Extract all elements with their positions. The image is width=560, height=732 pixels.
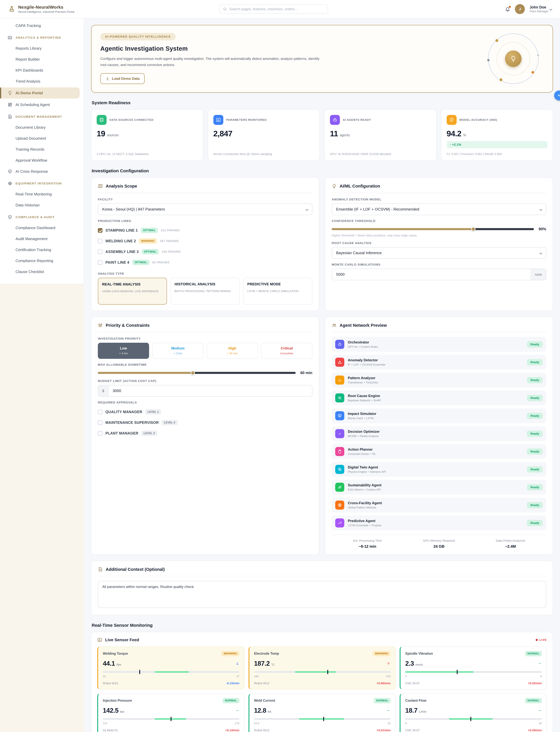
- user-info[interactable]: John Doe Plant Manager: [530, 5, 552, 13]
- leaf-icon: [335, 483, 344, 492]
- line-checkbox[interactable]: [98, 239, 103, 244]
- sidebar-item-report-builder[interactable]: Report Builder: [0, 54, 84, 65]
- sensor-status-badge: NORMAL: [374, 698, 391, 703]
- sensor-rate: +0.05/min: [528, 728, 542, 732]
- confidence-threshold-slider[interactable]: [332, 228, 534, 230]
- map-icon: [98, 184, 103, 189]
- approval-checkbox[interactable]: [98, 431, 103, 436]
- ready-badge: Ready: [527, 359, 543, 366]
- sidebar-item-clause-checklist[interactable]: Clause Checklist: [0, 266, 84, 277]
- sidebar-item-audit-management[interactable]: Audit Management: [0, 233, 84, 244]
- status-badge: WARNING: [139, 238, 157, 244]
- user-role: Plant Manager: [530, 10, 549, 13]
- sidebar-item-compliance-reporting[interactable]: Compliance Reporting: [0, 255, 84, 266]
- sidebar-item-data-historian[interactable]: Data Historian: [0, 200, 84, 211]
- level-badge: LEVEL 1: [145, 409, 161, 414]
- sensor-card-injection-pressure: Injection PressureNORMAL 142.5bar 110175…: [97, 693, 244, 732]
- stat-value: 11: [330, 129, 338, 138]
- agent-network-stats: Est. Processing Time~8-12 min GPU Memory…: [332, 534, 546, 549]
- runs-suffix: runs: [531, 269, 546, 280]
- sidebar-item-certification-tracking[interactable]: Certification Tracking: [0, 244, 84, 255]
- agent-orbit-graphic: [488, 34, 538, 84]
- trend-up-icon: [335, 518, 344, 527]
- sensor-status-badge: WARNING: [373, 651, 391, 656]
- sidebar-item-trend-analysis[interactable]: Trend Analysis: [0, 76, 84, 87]
- approval-checkbox[interactable]: [98, 420, 103, 425]
- additional-context-panel: Additional Context (Optional) All parame…: [91, 561, 553, 615]
- analysis-scope-panel: Analysis Scope FACILITY Korea - Seoul (H…: [91, 178, 319, 311]
- sidebar-item-ai-scheduling-agent[interactable]: AI Scheduling Agent: [0, 99, 84, 110]
- trend-flat-icon: [538, 709, 542, 713]
- flask-logo-icon: [8, 6, 15, 13]
- sidebar-item-compliance-dashboard[interactable]: Compliance Dashboard: [0, 222, 84, 233]
- sidebar-item-upload-document[interactable]: Upload Document: [0, 133, 84, 144]
- priority-low-button[interactable]: Low < 4 hrs: [98, 343, 149, 359]
- search-input[interactable]: [229, 7, 324, 11]
- sidebar-item-reports-library[interactable]: Reports Library: [0, 43, 84, 54]
- ai-assistant-bubble[interactable]: AI: [554, 91, 560, 100]
- sidebar-item-real-time-monitoring[interactable]: Real-Time Monitoring: [0, 189, 84, 200]
- sensor-gauge: [254, 718, 391, 720]
- stat-value: 2,847: [213, 129, 232, 138]
- budget-input[interactable]: [109, 385, 312, 396]
- sidebar-item-document-library[interactable]: Document Library: [0, 122, 84, 133]
- sensor-gauge: [103, 671, 239, 673]
- document-icon: [98, 567, 103, 572]
- status-badge: OPTIMAL: [142, 249, 159, 255]
- hero-card: AI-POWERED QUALITY INTELLIGENCE Agentic …: [91, 25, 553, 93]
- line-checkbox-checked[interactable]: [98, 228, 103, 233]
- sidebar-item-capa-tracking[interactable]: CAPA Tracking: [0, 20, 84, 31]
- line-checkbox[interactable]: [98, 250, 103, 254]
- trend-up-icon: [386, 662, 391, 666]
- sidebar-section-documents: DOCUMENT MANAGEMENT: [0, 110, 84, 122]
- stat-card-data-sources: DATA SOURCES CONNECTED 19sources 4 OPC-U…: [91, 109, 203, 161]
- avatar[interactable]: J: [515, 4, 525, 14]
- magnifier-icon: [335, 393, 344, 402]
- agent-row-predictive: Predictive AgentLSTM Ensemble + Prophet …: [332, 515, 546, 530]
- anomaly-model-select[interactable]: Ensemble (IF + LOF + OCSVM) - Recommende…: [332, 204, 546, 215]
- context-textarea[interactable]: All parameters within normal ranges. Rou…: [98, 581, 546, 608]
- sensor-status-badge: NORMAL: [223, 698, 239, 703]
- top-header: Nexgile-NeuralWorks Neural Intelligence.…: [0, 0, 560, 18]
- sidebar-item-approval-workflow[interactable]: Approval Workflow: [0, 155, 84, 166]
- cpu-icon: [8, 181, 12, 186]
- global-search[interactable]: [219, 4, 328, 14]
- database-icon: [97, 115, 107, 125]
- analysis-type-realtime[interactable]: REAL-TIME ANALYSIS 100MS DATA WINDOW, LI…: [98, 278, 167, 305]
- approval-checkbox[interactable]: [98, 409, 103, 414]
- sidebar-section-analytics: ANALYTICS & REPORTING: [0, 31, 84, 43]
- priority-high-button[interactable]: High < 30 min: [207, 343, 258, 359]
- analysis-type-predictive[interactable]: PREDICTIVE MODE LSTM + MONTE CARLO SIMUL…: [243, 278, 312, 305]
- agent-row-action-planner: Action PlannerConstraint Solver + RL Rea…: [332, 444, 546, 459]
- status-badge: OPTIMAL: [132, 260, 149, 265]
- slider-thumb[interactable]: [471, 227, 476, 231]
- threshold-hint: Higher threshold = fewer false positives…: [332, 234, 546, 237]
- people-icon: [332, 323, 337, 328]
- robot-icon: [335, 340, 344, 349]
- lightbulb-icon: [332, 184, 337, 189]
- notifications-bell-icon[interactable]: [505, 6, 510, 12]
- sidebar-item-training-records[interactable]: Training Records: [0, 144, 84, 155]
- sensor-card-spindle-vibration: Spindle VibrationNORMAL 2.3mm/s 06 CNC M…: [400, 646, 547, 689]
- check-badge-icon: [335, 429, 344, 438]
- budget-input-group: $: [98, 385, 312, 396]
- sidebar-item-ai-demo-portal[interactable]: AI Demo Portal: [0, 87, 80, 99]
- sidebar-item-ai-crisis-response[interactable]: AI Crisis Response: [0, 166, 84, 177]
- root-cause-select[interactable]: Bayesian Causal Inference: [332, 247, 546, 259]
- sidebar-item-kpi-dashboards[interactable]: KPI Dashboards: [0, 65, 84, 76]
- slider-thumb[interactable]: [191, 371, 195, 375]
- monte-carlo-input[interactable]: [332, 269, 531, 280]
- trend-flat-icon: [538, 662, 542, 666]
- downtime-slider[interactable]: [98, 372, 296, 374]
- main-content: AI-POWERED QUALITY INTELLIGENCE Agentic …: [84, 18, 560, 732]
- brand-tagline: Neural Intelligence. Industrial Precisio…: [18, 10, 74, 13]
- agent-row-sustainability: Sustainability AgentESG Metrics + Carbon…: [332, 480, 546, 495]
- facility-select[interactable]: Korea - Seoul (HQ) | 847 Parameters: [98, 204, 312, 215]
- priority-medium-button[interactable]: Medium < 2 hrs: [152, 343, 204, 359]
- priority-critical-button[interactable]: Critical Immediate: [261, 343, 312, 359]
- analysis-type-historical[interactable]: HISTORICAL ANALYSIS BATCH PROCESSING, PA…: [170, 278, 240, 305]
- agent-row-pattern-analyzer: Pattern AnalyzerTransformer + Time2Vec R…: [332, 372, 546, 387]
- line-checkbox[interactable]: [98, 260, 103, 265]
- load-demo-data-button[interactable]: Load Demo Data: [100, 73, 145, 84]
- sensor-gauge: [405, 671, 542, 673]
